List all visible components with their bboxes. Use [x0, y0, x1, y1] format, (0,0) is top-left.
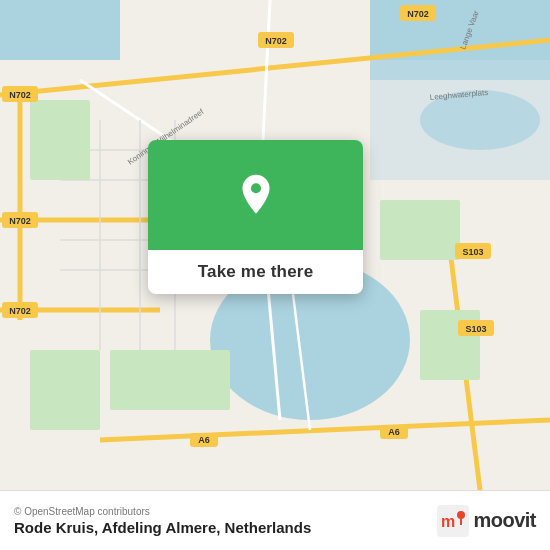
svg-text:N702: N702 [265, 36, 287, 46]
svg-text:N702: N702 [407, 9, 429, 19]
bottom-left: © OpenStreetMap contributors Rode Kruis,… [14, 506, 311, 536]
svg-text:A6: A6 [198, 435, 210, 445]
svg-text:S103: S103 [465, 324, 486, 334]
copyright-text: © OpenStreetMap contributors [14, 506, 311, 517]
svg-rect-24 [110, 350, 230, 410]
popup-green-header [148, 140, 363, 250]
svg-point-51 [250, 183, 260, 193]
svg-rect-23 [30, 100, 90, 180]
svg-text:N702: N702 [9, 90, 31, 100]
svg-text:m: m [441, 513, 455, 530]
svg-rect-25 [380, 200, 460, 260]
location-pin-icon [234, 173, 278, 217]
map-container: N702 N702 N702 N702 N702 S103 S103 A6 A6… [0, 0, 550, 490]
location-title: Rode Kruis, Afdeling Almere, Netherlands [14, 519, 311, 536]
popup-button-area[interactable]: Take me there [148, 250, 363, 294]
bottom-bar: © OpenStreetMap contributors Rode Kruis,… [0, 490, 550, 550]
svg-text:S103: S103 [462, 247, 483, 257]
moovit-logo-icon: m [437, 505, 469, 537]
take-me-there-button[interactable]: Take me there [198, 262, 314, 282]
svg-text:N702: N702 [9, 306, 31, 316]
moovit-text: moovit [473, 509, 536, 532]
svg-rect-5 [370, 60, 550, 180]
popup-tail [244, 293, 268, 294]
svg-rect-27 [30, 350, 100, 430]
popup-card: Take me there [148, 140, 363, 294]
svg-rect-2 [0, 0, 120, 60]
svg-text:A6: A6 [388, 427, 400, 437]
svg-point-54 [457, 511, 465, 519]
moovit-logo[interactable]: m moovit [437, 505, 536, 537]
svg-text:N702: N702 [9, 216, 31, 226]
